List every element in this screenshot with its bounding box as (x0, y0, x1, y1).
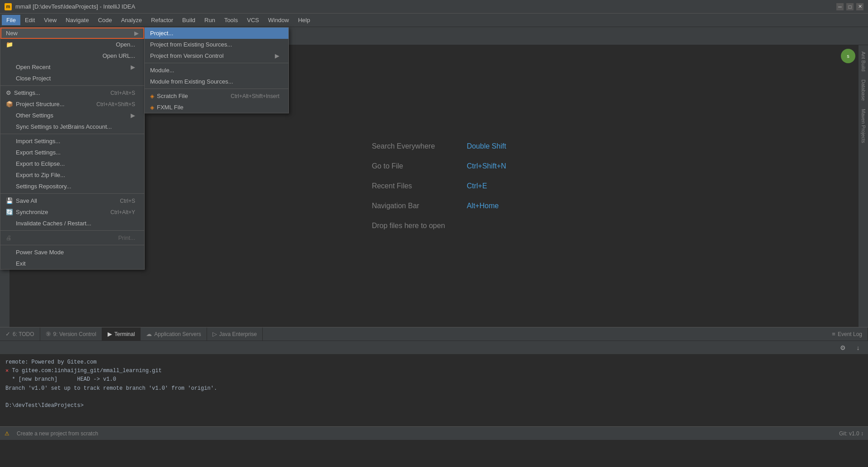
module-existing-label: Module from Existing Sources... (150, 78, 233, 85)
shortcut-navbar: Navigation Bar Alt+Home (372, 202, 506, 210)
other-settings-arrow: ▶ (131, 112, 135, 119)
menu-divider-1 (0, 85, 144, 86)
tab-todo-label: 6: TODO (13, 331, 34, 337)
tab-vc-label: 9: Version Control (53, 331, 96, 337)
file-menu-power-save[interactable]: Power Save Mode (0, 247, 144, 258)
new-arrow-icon: ▶ (134, 30, 139, 37)
drop-files-hint: Drop files here to open (372, 222, 506, 230)
close-button[interactable]: ✕ (856, 3, 863, 10)
file-menu-print[interactable]: 🖨 Print... (0, 232, 144, 243)
menu-edit[interactable]: Edit (20, 15, 39, 25)
maximize-button[interactable]: □ (846, 3, 854, 10)
tab-event-log-label: Event Log (838, 331, 862, 337)
new-submenu-project[interactable]: Project... (145, 28, 288, 39)
file-menu-open-url[interactable]: Open URL... (0, 50, 144, 61)
project-existing-label: Project from Existing Sources... (150, 41, 232, 48)
menu-analyze[interactable]: Analyze (117, 15, 146, 25)
menu-build[interactable]: Build (178, 15, 200, 25)
menu-view[interactable]: View (39, 15, 61, 25)
scratch-file-label: ◈Scratch File (150, 93, 188, 99)
tab-version-control[interactable]: ⑨ 9: Version Control (40, 327, 102, 341)
file-menu-settings[interactable]: ⚙Settings... Ctrl+Alt+S (0, 87, 144, 98)
new-submenu-module[interactable]: Module... (145, 65, 288, 76)
menu-tools[interactable]: Tools (220, 15, 242, 25)
tab-app-servers[interactable]: ☁ Application Servers (141, 327, 207, 341)
menu-navigate[interactable]: Navigate (61, 15, 93, 25)
file-menu-invalidate-caches[interactable]: Invalidate Caches / Restart... (0, 218, 144, 229)
tab-app-servers-label: Application Servers (154, 331, 201, 337)
menu-help[interactable]: Help (293, 15, 315, 25)
database-tab[interactable]: Database (860, 77, 867, 103)
synchronize-shortcut: Ctrl+Alt+Y (110, 209, 135, 215)
panel-download-btn[interactable]: ↓ (852, 341, 864, 354)
file-menu-export-settings[interactable]: Export Settings... (0, 147, 144, 158)
open-icon: 📁 (6, 41, 13, 48)
settings-label: ⚙Settings... (6, 89, 40, 96)
menu-file[interactable]: File (2, 15, 20, 25)
terminal-icon: ▶ (108, 331, 112, 337)
new-submenu-fxml-file[interactable]: ◈FXML File (145, 102, 288, 113)
terminal-line-2: ✕ To gitee.com:linhaijing_git/mmall_lear… (5, 367, 863, 375)
right-sidebar: Ant Build Database Maven Projects (858, 45, 868, 327)
new-submenu-divider-2 (145, 89, 288, 89)
file-menu-open-recent[interactable]: Open Recent ▶ (0, 61, 144, 73)
shortcut-search-key: Double Shift (467, 142, 506, 150)
file-menu-other-settings[interactable]: Other Settings ▶ (0, 110, 144, 121)
project-label: Project... (150, 30, 173, 37)
panel-toolbar: ⚙ ↓ (0, 341, 868, 355)
export-zip-label: Export to Zip File... (16, 172, 65, 178)
new-submenu-scratch-file[interactable]: ◈Scratch File Ctrl+Alt+Shift+Insert (145, 90, 288, 102)
file-menu-export-zip[interactable]: Export to Zip File... (0, 169, 144, 181)
terminal-line-1: remote: Powered by Gitee.com (5, 358, 863, 367)
menu-code[interactable]: Code (94, 15, 117, 25)
file-menu-close-project[interactable]: Close Project (0, 73, 144, 84)
project-vcs-label: Project from Version Control (150, 52, 224, 59)
todo-icon: ✓ (5, 331, 10, 337)
status-left: ⚠ Create a new project from scratch (5, 430, 98, 437)
terminal-line-4: Branch 'v1.0' set up to track remote bra… (5, 384, 863, 393)
git-status: Git: v1.0 ↕ (839, 430, 863, 437)
status-right: Git: v1.0 ↕ (839, 430, 863, 437)
file-menu-open[interactable]: 📁 Open... (0, 39, 144, 50)
panel-settings-btn[interactable]: ⚙ (836, 341, 849, 354)
file-menu-settings-repo[interactable]: Settings Repository... (0, 181, 144, 192)
file-menu-save-all[interactable]: 💾Save All Ctrl+S (0, 195, 144, 206)
tab-event-log[interactable]: ≡ Event Log (826, 327, 868, 341)
import-settings-label: Import Settings... (16, 138, 60, 145)
java-enterprise-icon: ▷ (212, 331, 217, 337)
open-label: Open... (116, 41, 135, 48)
window-title: mmall [D:\devTest\IdeaProjects] - Intell… (15, 3, 135, 10)
terminal-line-5 (5, 393, 863, 402)
new-submenu-project-vcs[interactable]: Project from Version Control ▶ (145, 50, 288, 61)
close-project-label: Close Project (16, 75, 51, 82)
menu-vcs[interactable]: VCS (242, 15, 264, 25)
terminal-content: remote: Powered by Gitee.com ✕ To gitee.… (0, 355, 868, 426)
file-menu-synchronize[interactable]: 🔄Synchronize Ctrl+Alt+Y (0, 206, 144, 218)
ant-build-tab[interactable]: Ant Build (860, 49, 867, 74)
file-menu-sync-settings[interactable]: Sync Settings to JetBrains Account... (0, 121, 144, 132)
sync-settings-label: Sync Settings to JetBrains Account... (16, 123, 112, 130)
minimize-button[interactable]: ─ (836, 3, 844, 10)
other-settings-label: Other Settings (16, 112, 53, 119)
open-recent-arrow: ▶ (131, 64, 135, 70)
scratch-file-shortcut: Ctrl+Alt+Shift+Insert (231, 93, 279, 99)
new-submenu-module-existing[interactable]: Module from Existing Sources... (145, 76, 288, 87)
file-menu-import-settings[interactable]: Import Settings... (0, 135, 144, 147)
file-menu-dropdown: New ▶ 📁 Open... Open URL... Open Recent … (0, 27, 145, 270)
settings-repo-label: Settings Repository... (16, 183, 71, 190)
menu-refactor[interactable]: Refactor (146, 15, 178, 25)
file-menu-new[interactable]: New ▶ (0, 28, 144, 39)
new-submenu-project-existing[interactable]: Project from Existing Sources... (145, 39, 288, 50)
file-menu-project-structure[interactable]: 📦Project Structure... Ctrl+Alt+Shift+S (0, 98, 144, 110)
status-warning-icon: ⚠ (5, 430, 9, 437)
file-menu-export-eclipse[interactable]: Export to Eclipse... (0, 158, 144, 169)
tab-terminal[interactable]: ▶ Terminal (102, 327, 141, 341)
tab-todo[interactable]: ✓ 6: TODO (0, 327, 40, 341)
menu-window[interactable]: Window (264, 15, 293, 25)
file-menu-exit[interactable]: Exit (0, 258, 144, 269)
terminal-line-3: * [new branch] HEAD -> v1.0 (5, 375, 863, 384)
menu-run[interactable]: Run (200, 15, 220, 25)
maven-projects-tab[interactable]: Maven Projects (860, 106, 867, 146)
tab-java-enterprise[interactable]: ▷ Java Enterprise (207, 327, 263, 341)
bottom-panel: ✓ 6: TODO ⑨ 9: Version Control ▶ Termina… (0, 327, 868, 426)
